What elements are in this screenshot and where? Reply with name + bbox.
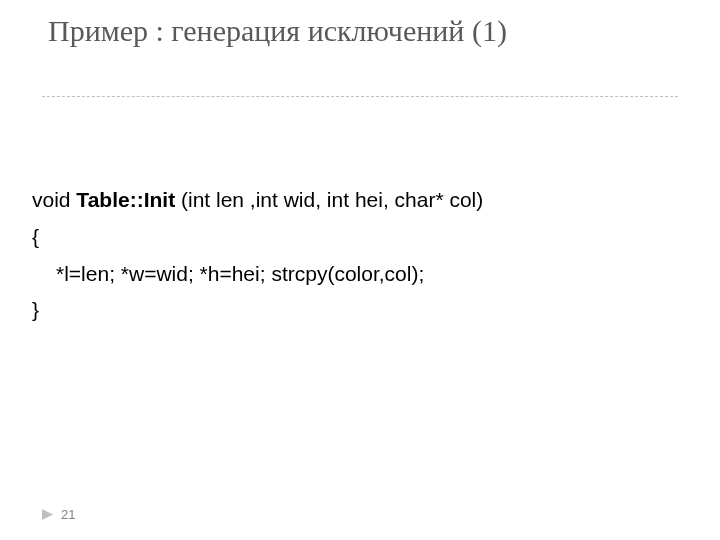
code-line-4: }: [32, 292, 672, 329]
code-line-2: {: [32, 219, 672, 256]
page-number: 21: [61, 507, 75, 522]
code-line-3: *l=len; *w=wid; *h=hei; strcpy(color,col…: [32, 256, 672, 293]
svg-marker-0: [42, 509, 53, 520]
play-icon: [42, 509, 53, 520]
footer: 21: [42, 507, 75, 522]
slide: Пример : генерация исключений (1) void T…: [0, 0, 720, 540]
title-underline: [42, 96, 678, 97]
code-text-bold: Table::Init: [76, 188, 181, 211]
code-text: (int len ,int wid, int hei, char* col): [181, 188, 483, 211]
code-block: void Table::Init (int len ,int wid, int …: [32, 182, 672, 329]
code-text: void: [32, 188, 76, 211]
code-line-1: void Table::Init (int len ,int wid, int …: [32, 182, 672, 219]
slide-title: Пример : генерация исключений (1): [48, 12, 688, 50]
